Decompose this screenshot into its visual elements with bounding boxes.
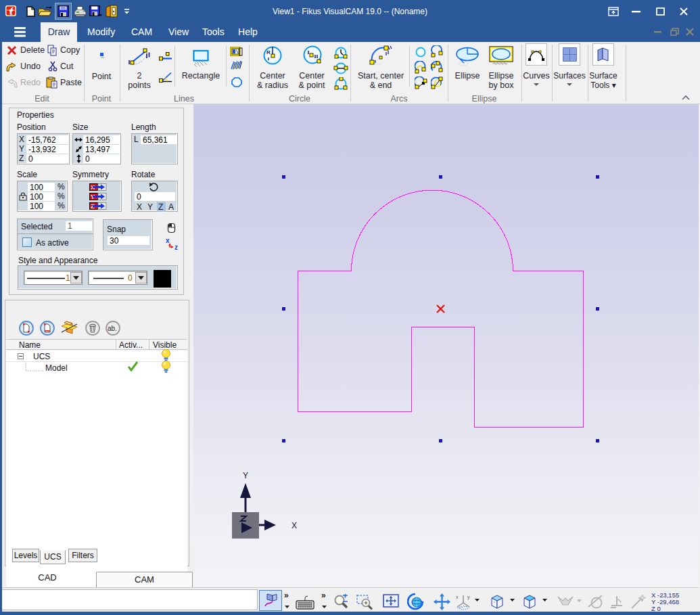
- svg-text:ab.: ab.: [108, 325, 117, 332]
- svg-text:z: z: [174, 244, 178, 250]
- svg-text:y: y: [467, 595, 470, 600]
- svg-text:R: R: [266, 49, 271, 55]
- svg-text:X: X: [291, 521, 297, 530]
- svg-text:x: x: [456, 595, 459, 599]
- svg-text:Y: Y: [243, 471, 248, 480]
- svg-text:x: x: [166, 237, 170, 244]
